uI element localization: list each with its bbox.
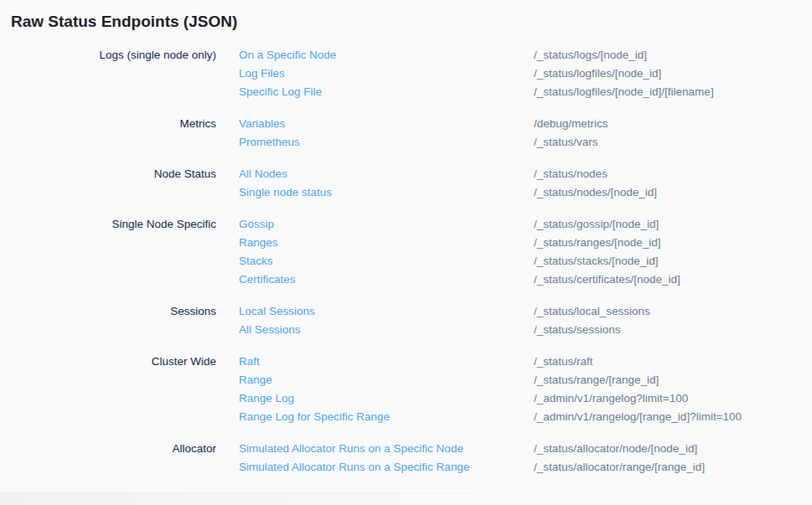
- endpoint-row: Simulated Allocator Runs on a Specific N…: [239, 440, 705, 458]
- endpoint-link[interactable]: All Nodes: [239, 165, 534, 183]
- endpoint-row: Certificates /_status/certificates/[node…: [239, 271, 680, 289]
- endpoint-row: Range /_status/range/[range_id]: [239, 371, 742, 389]
- endpoint-path: /_status/allocator/range/[range_id]: [534, 458, 705, 477]
- endpoint-row: Range Log /_admin/v1/rangelog?limit=100: [239, 389, 742, 408]
- endpoint-row: Log Files /_status/logfiles/[node_id]: [239, 64, 714, 83]
- endpoint-path: /_admin/v1/rangelog/[range_id]?limit=100: [534, 408, 742, 426]
- endpoint-link[interactable]: Local Sessions: [239, 302, 534, 321]
- endpoint-path: /_status/nodes/[node_id]: [534, 183, 657, 202]
- endpoint-section: Node Status All Nodes /_status/nodes Sin…: [0, 165, 812, 202]
- endpoint-row: All Sessions /_status/sessions: [239, 321, 650, 339]
- endpoint-path: /_status/range/[range_id]: [534, 371, 742, 389]
- endpoint-link[interactable]: On a Specific Node: [239, 46, 534, 64]
- endpoint-path: /_status/sessions: [534, 321, 650, 339]
- endpoint-link[interactable]: Log Files: [239, 64, 534, 83]
- endpoint-sections: Logs (single node only) On a Specific No…: [0, 46, 812, 477]
- endpoint-link[interactable]: Prometheus: [239, 133, 534, 152]
- endpoint-link[interactable]: Raft: [239, 353, 534, 371]
- endpoint-path: /_status/logfiles/[node_id]/[filename]: [534, 83, 714, 101]
- category-label: Single Node Specific: [0, 215, 216, 289]
- endpoint-section: Allocator Simulated Allocator Runs on a …: [0, 440, 812, 477]
- category-label: Sessions: [0, 302, 216, 339]
- endpoint-path: /debug/metrics: [534, 115, 608, 133]
- endpoint-path: /_status/logfiles/[node_id]: [534, 64, 714, 83]
- endpoint-row-list: Gossip /_status/gossip/[node_id] Ranges …: [239, 215, 680, 289]
- endpoint-row: Gossip /_status/gossip/[node_id]: [239, 215, 680, 234]
- endpoint-link[interactable]: All Sessions: [239, 321, 534, 339]
- endpoint-section: Metrics Variables /debug/metrics Prometh…: [0, 115, 812, 152]
- endpoint-path: /_status/vars: [534, 133, 608, 152]
- endpoint-row: Raft /_status/raft: [239, 353, 742, 371]
- endpoint-link[interactable]: Ranges: [239, 234, 534, 252]
- endpoint-section: Single Node Specific Gossip /_status/gos…: [0, 215, 812, 289]
- endpoint-path: /_status/certificates/[node_id]: [534, 271, 680, 289]
- endpoint-link[interactable]: Variables: [239, 115, 534, 133]
- category-label: Node Status: [0, 165, 216, 202]
- endpoint-row-list: All Nodes /_status/nodes Single node sta…: [239, 165, 657, 202]
- endpoint-path: /_admin/v1/rangelog?limit=100: [534, 389, 742, 408]
- endpoint-link[interactable]: Single node status: [239, 183, 534, 202]
- endpoint-link[interactable]: Certificates: [239, 271, 534, 289]
- endpoint-path: /_status/stacks/[node_id]: [534, 252, 680, 271]
- endpoint-link[interactable]: Specific Log File: [239, 83, 534, 101]
- endpoint-row: On a Specific Node /_status/logs/[node_i…: [239, 46, 714, 64]
- endpoint-path: /_status/local_sessions: [534, 302, 650, 321]
- endpoint-link[interactable]: Simulated Allocator Runs on a Specific N…: [239, 440, 534, 458]
- endpoint-section: Logs (single node only) On a Specific No…: [0, 46, 812, 101]
- endpoint-path: /_status/gossip/[node_id]: [534, 215, 680, 234]
- endpoint-row: Specific Log File /_status/logfiles/[nod…: [239, 83, 714, 101]
- page-title: Raw Status Endpoints (JSON): [0, 0, 812, 32]
- endpoint-row-list: On a Specific Node /_status/logs/[node_i…: [239, 46, 714, 101]
- endpoint-row: All Nodes /_status/nodes: [239, 165, 657, 183]
- endpoint-link[interactable]: Range: [239, 371, 534, 389]
- endpoint-path: /_status/raft: [534, 353, 742, 371]
- endpoint-section: Cluster Wide Raft /_status/raft Range /_…: [0, 353, 812, 426]
- endpoint-row: Simulated Allocator Runs on a Specific R…: [239, 458, 705, 477]
- endpoint-link[interactable]: Range Log for Specific Range: [239, 408, 534, 426]
- bottom-panel-shadow: [0, 492, 478, 505]
- endpoint-link[interactable]: Range Log: [239, 389, 534, 408]
- endpoint-path: /_status/ranges/[node_id]: [534, 234, 680, 252]
- endpoint-path: /_status/allocator/node/[node_id]: [534, 440, 705, 458]
- endpoint-row: Range Log for Specific Range /_admin/v1/…: [239, 408, 742, 426]
- endpoint-row-list: Variables /debug/metrics Prometheus /_st…: [239, 115, 608, 152]
- endpoint-row-list: Simulated Allocator Runs on a Specific N…: [239, 440, 705, 477]
- endpoint-link[interactable]: Simulated Allocator Runs on a Specific R…: [239, 458, 534, 477]
- endpoint-row-list: Raft /_status/raft Range /_status/range/…: [239, 353, 742, 426]
- endpoint-row: Variables /debug/metrics: [239, 115, 608, 133]
- category-label: Logs (single node only): [0, 46, 216, 101]
- endpoint-row-list: Local Sessions /_status/local_sessions A…: [239, 302, 650, 339]
- endpoint-link[interactable]: Gossip: [239, 215, 534, 234]
- endpoint-row: Ranges /_status/ranges/[node_id]: [239, 234, 680, 252]
- endpoint-row: Prometheus /_status/vars: [239, 133, 608, 152]
- endpoint-row: Local Sessions /_status/local_sessions: [239, 302, 650, 321]
- raw-status-endpoints-page: Raw Status Endpoints (JSON) Logs (single…: [0, 0, 812, 505]
- category-label: Cluster Wide: [0, 353, 216, 426]
- endpoint-link[interactable]: Stacks: [239, 252, 534, 271]
- endpoint-path: /_status/nodes: [534, 165, 657, 183]
- endpoint-path: /_status/logs/[node_id]: [534, 46, 714, 64]
- endpoint-section: Sessions Local Sessions /_status/local_s…: [0, 302, 812, 339]
- endpoint-row: Stacks /_status/stacks/[node_id]: [239, 252, 680, 271]
- endpoint-row: Single node status /_status/nodes/[node_…: [239, 183, 657, 202]
- category-label: Allocator: [0, 440, 216, 477]
- category-label: Metrics: [0, 115, 216, 152]
